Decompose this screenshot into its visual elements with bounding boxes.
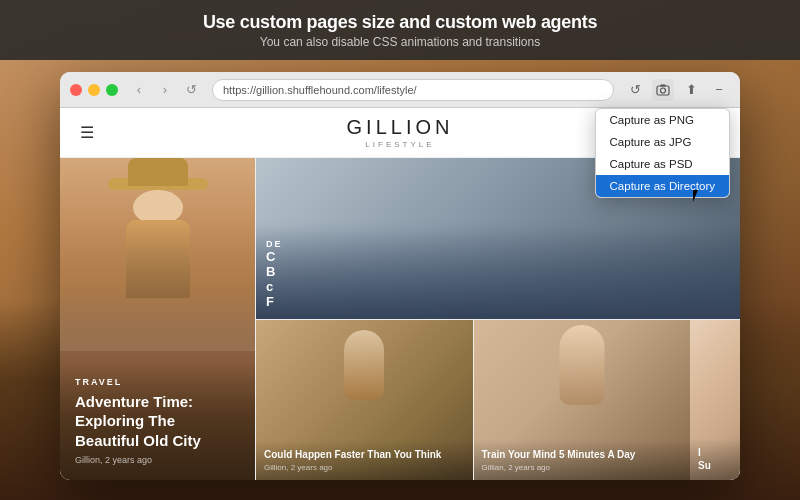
maximize-button[interactable] <box>106 84 118 96</box>
site-logo: GILLION LIFESTYLE <box>347 116 454 149</box>
share-button[interactable]: ⬆ <box>680 79 702 101</box>
camera-icon <box>656 83 670 97</box>
back-button[interactable]: ‹ <box>128 79 150 101</box>
banner-title: Use custom pages size and custom web age… <box>203 12 597 33</box>
minimize-button[interactable] <box>88 84 100 96</box>
logo-name: GILLION <box>347 116 454 139</box>
reload-action-button[interactable]: ↺ <box>624 79 646 101</box>
top-banner: Use custom pages size and custom web age… <box>0 0 800 60</box>
close-button[interactable] <box>70 84 82 96</box>
bottom-card-2-overlay: Train Your Mind 5 Minutes A Day Gillian,… <box>474 440 691 480</box>
camera-button[interactable] <box>652 79 674 101</box>
nav-buttons: ‹ › <box>128 79 176 101</box>
content-area: TRAVEL Adventure Time: Exploring The Bea… <box>60 158 740 480</box>
bottom-card-1-overlay: Could Happen Faster Than You Think Gilli… <box>256 440 473 480</box>
main-article-meta: Gillion, 2 years ago <box>75 455 240 465</box>
bottom-card-1-title: Could Happen Faster Than You Think <box>264 448 465 461</box>
top-right-category: DE <box>266 239 730 249</box>
main-article-category: TRAVEL <box>75 377 240 387</box>
bottom-card-1[interactable]: Could Happen Faster Than You Think Gilli… <box>255 319 474 480</box>
capture-directory-item[interactable]: Capture as Directory <box>596 175 729 197</box>
bottom-card-3-overlay: ISu <box>690 438 740 480</box>
main-article-overlay: TRAVEL Adventure Time: Exploring The Bea… <box>60 362 255 481</box>
capture-psd-item[interactable]: Capture as PSD <box>596 153 729 175</box>
bottom-card-1-meta: Gillion, 2 years ago <box>264 463 465 472</box>
bottom-card-2-meta: Gillian, 2 years ago <box>482 463 683 472</box>
browser-chrome: ‹ › ↺ https://gillion.shufflehound.com/l… <box>60 72 740 108</box>
svg-rect-0 <box>657 86 669 95</box>
capture-jpg-item[interactable]: Capture as JPG <box>596 131 729 153</box>
main-article-title: Adventure Time: Exploring The Beautiful … <box>75 392 240 451</box>
address-text: https://gillion.shufflehound.com/lifesty… <box>223 84 417 96</box>
svg-rect-2 <box>661 84 666 86</box>
top-right-overlay: DE CBcF <box>256 229 740 319</box>
banner-subtitle: You can also disable CSS animations and … <box>260 35 540 49</box>
browser-actions: ↺ ⬆ − <box>624 79 730 101</box>
main-article-card[interactable]: TRAVEL Adventure Time: Exploring The Bea… <box>60 158 255 480</box>
bottom-card-2-title: Train Your Mind 5 Minutes A Day <box>482 448 683 461</box>
bottom-card-2[interactable]: Train Your Mind 5 Minutes A Day Gillian,… <box>474 319 691 480</box>
zoom-button[interactable]: − <box>708 79 730 101</box>
bottom-cards-row: Could Happen Faster Than You Think Gilli… <box>255 319 740 480</box>
bottom-card-3-title: ISu <box>698 446 732 472</box>
top-right-title: CBcF <box>266 249 730 309</box>
forward-button[interactable]: › <box>154 79 176 101</box>
capture-png-item[interactable]: Capture as PNG <box>596 109 729 131</box>
address-bar[interactable]: https://gillion.shufflehound.com/lifesty… <box>212 79 614 101</box>
logo-subtitle: LIFESTYLE <box>347 140 454 149</box>
right-column: DE CBcF Could Happen Faster Than You Thi… <box>255 158 740 480</box>
hamburger-menu[interactable]: ☰ <box>80 123 94 142</box>
capture-dropdown: Capture as PNG Capture as JPG Capture as… <box>595 108 730 198</box>
bottom-card-3[interactable]: ISu <box>690 319 740 480</box>
browser-window: ‹ › ↺ https://gillion.shufflehound.com/l… <box>60 72 740 480</box>
traffic-lights <box>70 84 118 96</box>
svg-point-1 <box>661 88 666 93</box>
reload-button[interactable]: ↺ <box>180 79 202 101</box>
